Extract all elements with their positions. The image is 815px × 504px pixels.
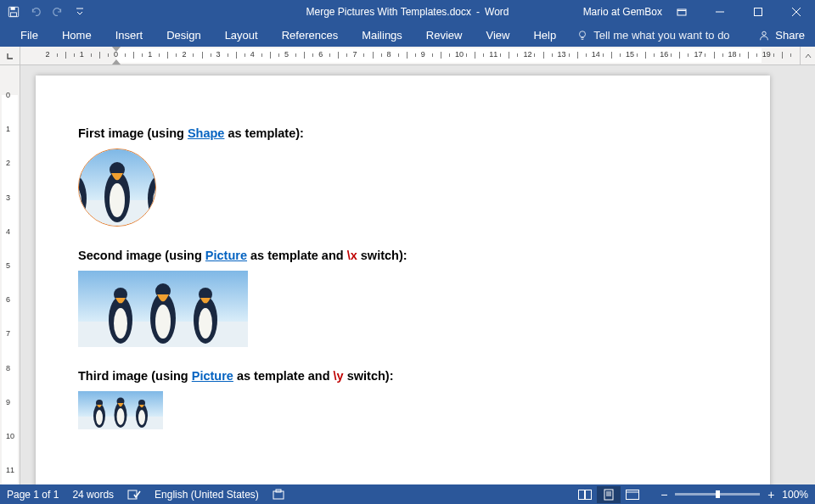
tab-layout[interactable]: Layout [213,24,270,47]
status-bar: Page 1 of 1 24 words English (United Sta… [0,484,815,504]
svg-point-39 [96,410,103,425]
document-scroll[interactable]: First image (using Shape as template): [20,65,815,484]
spellcheck-button[interactable] [127,489,141,501]
page-indicator[interactable]: Page 1 of 1 [7,489,59,501]
quick-access-toolbar [0,2,90,22]
tab-design[interactable]: Design [155,24,212,47]
share-button[interactable]: Share [758,29,805,42]
heading-third: Third image (using Picture as template a… [78,369,736,383]
app-name-label: Word [485,6,509,18]
lightbulb-icon [576,30,588,42]
document-page[interactable]: First image (using Shape as template): [36,76,770,484]
link-picture-2[interactable]: Picture [192,369,233,383]
doc-name-label: Merge Pictures With Templates.docx [306,6,472,18]
tab-references[interactable]: References [270,24,350,47]
view-buttons [573,486,644,503]
word-count[interactable]: 24 words [72,489,114,501]
ruler-scroll-up[interactable] [800,47,815,64]
link-picture-1[interactable]: Picture [205,249,247,262]
image-shape-circle [78,148,156,227]
tab-help[interactable]: Help [521,24,568,47]
tab-file[interactable]: File [8,24,50,47]
zoom-slider[interactable] [675,493,760,496]
svg-point-31 [155,305,171,339]
vertical-ruler[interactable]: 01234567891011 [0,65,20,484]
zoom-level[interactable]: 100% [782,489,808,501]
svg-point-34 [199,308,212,339]
tab-view[interactable]: View [474,24,521,47]
svg-point-42 [117,408,125,425]
maximize-button[interactable] [739,0,777,24]
svg-rect-50 [579,490,585,499]
document-area: 01234567891011 First image (using Shape … [0,65,815,484]
tab-home[interactable]: Home [50,24,104,47]
zoom-control: − + 100% [658,489,808,501]
document-title: Merge Pictures With Templates.docx - Wor… [306,6,509,18]
svg-point-13 [762,31,766,35]
tab-review[interactable]: Review [414,24,475,47]
qat-customize-button[interactable] [70,2,90,22]
ribbon-options-button[interactable] [662,0,700,24]
share-icon [758,30,770,42]
svg-rect-1 [11,7,15,10]
heading-first: First image (using Shape as template): [78,126,736,140]
ribbon-tabs: File Home Insert Design Layout Reference… [0,24,815,47]
print-layout-button[interactable] [597,486,621,503]
dash-label: - [476,6,480,18]
redo-button[interactable] [48,2,68,22]
image-picture-y [78,391,163,429]
web-layout-button[interactable] [621,486,644,503]
image-picture-x [78,271,248,347]
svg-rect-56 [627,490,639,499]
zoom-out-button[interactable]: − [658,489,670,501]
language-indicator[interactable]: English (United States) [155,489,259,501]
svg-point-45 [138,410,145,425]
horizontal-ruler-row: /* ticks injected below */ 2101234567891… [0,47,815,65]
undo-button[interactable] [25,2,46,22]
tell-me-label: Tell me what you want to do [593,29,729,42]
macro-button[interactable] [273,489,284,501]
title-bar: Merge Pictures With Templates.docx - Wor… [0,0,815,24]
save-button[interactable] [3,2,24,22]
share-label: Share [775,29,805,42]
spellcheck-icon [127,489,141,501]
tell-me-search[interactable]: Tell me what you want to do [576,29,729,42]
svg-point-28 [114,308,127,339]
svg-point-10 [580,31,586,36]
macro-icon [273,489,284,501]
svg-rect-7 [754,8,762,16]
tab-selector[interactable] [0,47,20,64]
window-controls [662,0,815,24]
heading-second: Second image (using Picture as template … [78,249,736,262]
svg-point-20 [110,183,125,217]
svg-rect-52 [604,490,613,500]
link-shape[interactable]: Shape [188,126,225,140]
user-label: Mario at GemBox [583,6,662,18]
zoom-in-button[interactable]: + [765,489,777,501]
svg-rect-51 [586,490,592,499]
read-mode-button[interactable] [573,486,597,503]
svg-rect-2 [11,13,17,16]
close-button[interactable] [777,0,815,24]
tab-insert[interactable]: Insert [104,24,155,47]
tab-mailings[interactable]: Mailings [350,24,414,47]
minimize-button[interactable] [700,0,739,24]
horizontal-ruler[interactable]: /* ticks injected below */ 2101234567891… [20,47,800,64]
